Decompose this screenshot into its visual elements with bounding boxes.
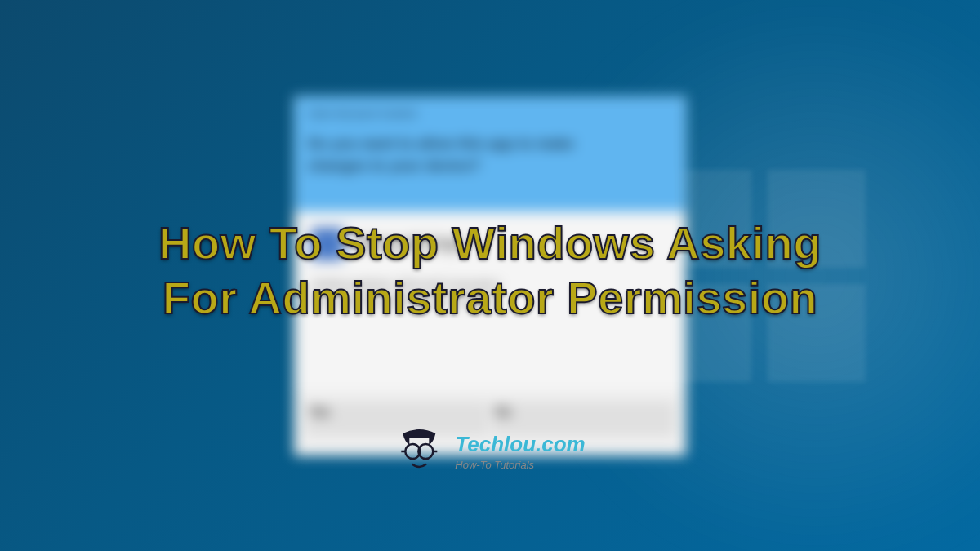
brand-tagline: How-To Tutorials (455, 459, 585, 471)
uac-dialog-header: User Account Control Do you want to allo… (295, 97, 685, 211)
brand-name: Techlou.com (455, 432, 585, 457)
headline-title: How To Stop Windows Asking For Administr… (0, 216, 980, 325)
logo-face-icon (394, 427, 443, 476)
logo-text: Techlou.com How-To Tutorials (455, 432, 585, 471)
uac-title: User Account Control (308, 107, 672, 120)
uac-question: Do you want to allow this app to make ch… (308, 133, 672, 177)
site-logo: Techlou.com How-To Tutorials (394, 427, 585, 476)
